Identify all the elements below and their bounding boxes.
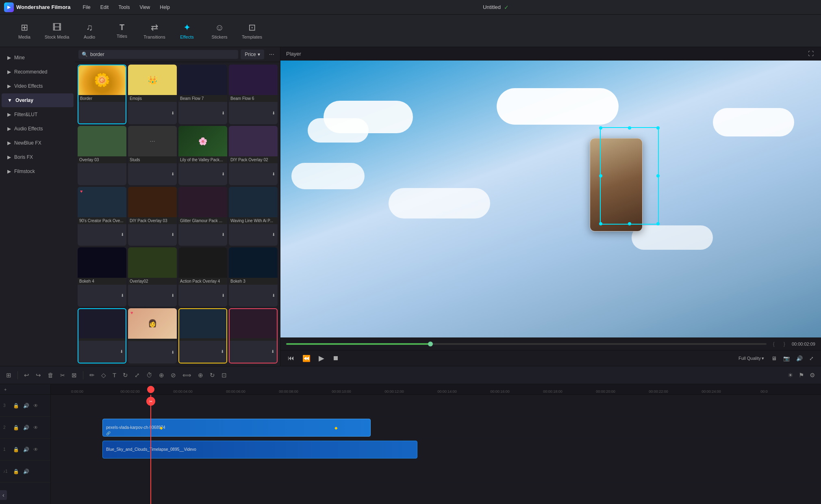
sidebar-item-recommended[interactable]: ▶ Recommended (2, 65, 74, 79)
track-1-audio[interactable]: 🔊 (22, 446, 30, 453)
track-audio-lock[interactable]: 🔒 (12, 468, 20, 475)
sidebar-newblue-label: NewBlue FX (14, 140, 41, 146)
playhead[interactable] (150, 395, 151, 504)
toolbar-media[interactable]: ⊞ Media (8, 17, 41, 45)
effect-item-10[interactable]: ⬇DIY Pack Overlay 03 (128, 187, 177, 246)
keyframe-button[interactable]: ◇ (99, 370, 108, 381)
sidebar-item-mine[interactable]: ▶ Mine (2, 51, 74, 65)
effect-item-20[interactable]: ⬇ (229, 308, 278, 363)
toolbar-stickers[interactable]: ☺ Stickers (203, 17, 236, 45)
effect-item-2[interactable]: 👑⬇Emojis (128, 65, 177, 124)
undo-button[interactable]: ↩ (22, 370, 31, 381)
transform-button[interactable]: ⤢ (132, 370, 142, 381)
quality-select-button[interactable]: Full Quality ▾ (736, 355, 767, 362)
track-2-audio[interactable]: 🔊 (22, 424, 30, 431)
sidebar-item-newblue[interactable]: ▶ NewBlue FX (2, 136, 74, 150)
effect-item-1[interactable]: 🌼Border (78, 65, 126, 124)
ruler-mark-7: 00:00:14:00 (421, 389, 473, 394)
play-button[interactable]: ▶ (317, 353, 326, 363)
effect-item-6[interactable]: ···⬇Studs (128, 126, 177, 185)
stop-button[interactable]: ⏹ (331, 354, 341, 363)
track-audio-mute[interactable]: 🔊 (22, 468, 30, 475)
timeline-more-button[interactable]: ⚙ (808, 370, 817, 381)
remove-marker-button[interactable]: ⊘ (169, 370, 178, 381)
fit-button[interactable]: ⊡ (219, 370, 229, 381)
fullscreen-button[interactable]: ⤢ (808, 355, 815, 362)
add-marker-button[interactable]: ⊕ (157, 370, 166, 381)
effect-item-16[interactable]: ⬇Bokeh 3 (229, 247, 278, 307)
track-2-lock[interactable]: 🔒 (12, 424, 20, 431)
effect-item-11[interactable]: ⬇Glitter Glamour Pack ... (178, 187, 227, 246)
sidebar-item-video-effects[interactable]: ▶ Video Effects (2, 79, 74, 93)
player-expand-button[interactable]: ⛶ (806, 50, 815, 58)
add-track-button[interactable]: ⊕ (196, 370, 205, 381)
sidebar-item-boris[interactable]: ▶ Boris FX (2, 150, 74, 164)
effect-item-4[interactable]: ⬇Beam Flow 6 (229, 65, 278, 124)
effect-item-9[interactable]: ♥⬇90's Creator Pack Ove... (78, 187, 126, 246)
menu-edit[interactable]: Edit (96, 0, 114, 15)
ruler-mark-3: 00:00:06:00 (209, 389, 262, 394)
toolbar-transitions[interactable]: ⇄ Transitions (138, 17, 171, 45)
menu-tools[interactable]: Tools (113, 0, 135, 15)
track-clip-1[interactable]: Blue_Sky_and_Clouds_Timelapse_0895__Vide… (102, 441, 417, 459)
track-clip-2[interactable]: pexels-vlada-karpov-ch-9368974 ◆ ◆ 🔗 (102, 419, 371, 437)
toolbar-titles[interactable]: T Titles (106, 17, 138, 45)
sidebar-item-overlay[interactable]: ▼ Overlay (2, 93, 74, 107)
effect-item-8[interactable]: ⬇DIY Pack Overlay 02 (229, 126, 278, 185)
volume-button[interactable]: 🔊 (795, 355, 804, 362)
track-3-lock[interactable]: 🔒 (12, 402, 20, 409)
track-1-eye[interactable]: 👁 (33, 446, 39, 453)
effect-label-15: Action Pack Overlay 4 (178, 278, 227, 285)
effect-item-15[interactable]: ⬇Action Pack Overlay 4 (178, 247, 227, 307)
track-2-eye[interactable]: 👁 (33, 424, 39, 431)
effect-item-17[interactable]: ⬇ (78, 308, 126, 363)
price-filter-button[interactable]: Price ▾ (241, 50, 264, 59)
effect-item-13[interactable]: ⬇Bokeh 4 (78, 247, 126, 307)
menu-view[interactable]: View (135, 0, 155, 15)
toolbar-stock-media[interactable]: 🎞 Stock Media (41, 17, 73, 45)
effect-item-3[interactable]: ⬇Beam Flow 7 (178, 65, 227, 124)
crop-mark-button[interactable]: ⊠ (70, 370, 79, 381)
cut-button[interactable]: ✂ (58, 370, 67, 380)
effect-item-19[interactable]: ⬇ (178, 308, 227, 363)
sidebar-item-filmstock[interactable]: ▶ Filmstock (2, 164, 74, 178)
timeline-settings-button[interactable]: ☀ (786, 370, 795, 381)
sidebar-item-audio-effects[interactable]: ▶ Audio Effects (2, 122, 74, 136)
effects-search-input[interactable] (90, 52, 235, 57)
effect-label-10: DIY Pack Overlay 03 (128, 217, 177, 224)
menu-file[interactable]: File (78, 0, 95, 15)
add-track-ctrl-button[interactable]: + (3, 386, 7, 393)
toolbar-templates[interactable]: ⊡ Templates (236, 17, 268, 45)
monitor-icon-button[interactable]: 🖥 (770, 355, 778, 362)
toolbar-effects[interactable]: ✦ Effects (171, 17, 203, 45)
player-progress-bar[interactable] (286, 343, 767, 345)
player-progress-thumb[interactable] (428, 342, 433, 346)
effect-item-12[interactable]: ⬇Waving Line With Ai P... (229, 187, 278, 246)
effect-item-14[interactable]: ⬇Overlay02 (128, 247, 177, 307)
toolbar-audio[interactable]: ♫ Audio (73, 17, 106, 45)
more-options-button[interactable]: ··· (267, 50, 277, 59)
step-back-button[interactable]: ⏪ (301, 354, 312, 363)
timeline-edit-button[interactable]: ✏ (87, 370, 97, 381)
delete-button[interactable]: 🗑 (46, 370, 56, 380)
redo-button[interactable]: ↪ (34, 370, 43, 381)
track-1-lock[interactable]: 🔒 (12, 446, 20, 453)
timer-button[interactable]: ⏱ (144, 370, 154, 380)
timeline-layout-button[interactable]: ⊞ (4, 370, 13, 381)
effect-item-5[interactable]: Overlay 03 (78, 126, 126, 185)
loop-button[interactable]: ↻ (208, 370, 217, 381)
sidebar-item-filter-lut[interactable]: ▶ Filter&LUT (2, 108, 74, 121)
rewind-button[interactable]: ⏮ (286, 354, 296, 363)
rotate-button[interactable]: ↻ (121, 370, 130, 381)
effect-label-19 (179, 338, 226, 341)
track-3-audio[interactable]: 🔊 (22, 402, 30, 409)
screenshot-button[interactable]: 📷 (782, 355, 791, 362)
menu-help[interactable]: Help (155, 0, 175, 15)
player-time-display: 00:00:02:09 (792, 342, 815, 346)
stretch-button[interactable]: ⟺ (180, 370, 193, 381)
text-button[interactable]: T (111, 370, 118, 380)
effect-item-18[interactable]: 👩♥⬇ (128, 308, 177, 363)
timeline-flag-button[interactable]: ⚑ (797, 370, 806, 381)
track-3-eye[interactable]: 👁 (33, 402, 39, 409)
effect-item-7[interactable]: 🌸⬇Lily of the Valley Pack... (178, 126, 227, 185)
